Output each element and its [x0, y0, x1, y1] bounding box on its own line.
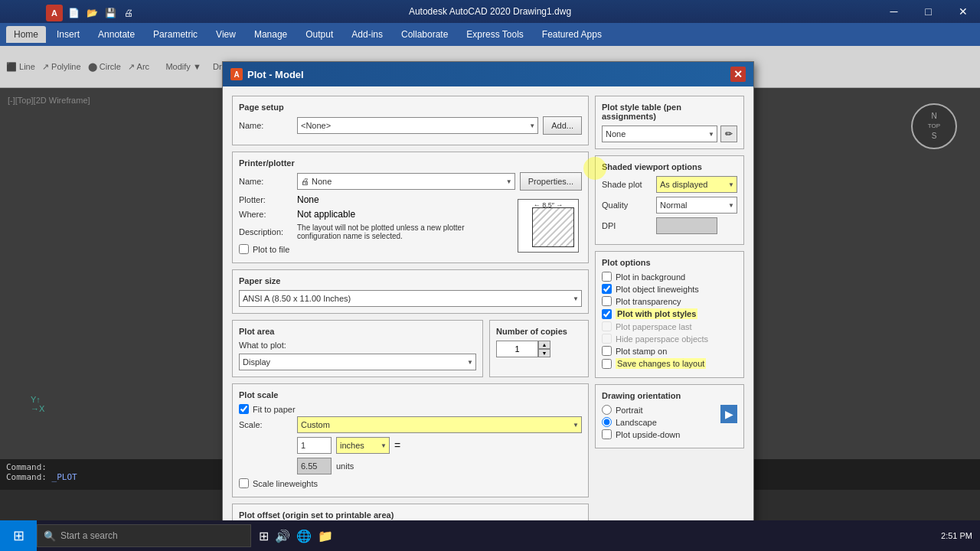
what-to-plot-select[interactable]: Display	[239, 354, 476, 370]
plot-transparency-checkbox[interactable]	[602, 296, 612, 306]
qa-save[interactable]: 💾	[103, 6, 118, 20]
add-button[interactable]: Add...	[543, 116, 582, 135]
plot-to-file-row: Plot to file	[239, 244, 507, 254]
paper-size-section: Paper size ANSI A (8.50 x 11.00 Inches)	[232, 269, 589, 314]
plot-option-8: Save changes to layout	[602, 358, 737, 369]
scale-value1-input[interactable]	[297, 437, 332, 454]
tab-view[interactable]: View	[208, 26, 243, 43]
desc-row: Description: The layout will not be plot…	[239, 223, 507, 240]
save-changes-checkbox[interactable]	[602, 359, 612, 369]
tab-home[interactable]: Home	[6, 26, 46, 43]
plot-paperspace-last-label: Plot paperspace last	[616, 322, 692, 331]
plot-option-3: Plot transparency	[602, 296, 737, 306]
left-column: Page setup Name: <None> Add... Printer/p…	[232, 96, 589, 551]
dpi-input[interactable]	[656, 217, 717, 234]
plot-styles-checkbox[interactable]	[602, 309, 612, 319]
taskbar-search-text: Start a search	[60, 530, 118, 541]
drawing-orientation-label: Drawing orientation	[602, 391, 737, 400]
scale-value2-input[interactable]	[297, 458, 332, 474]
orientation-arrow-btn[interactable]: ▶	[720, 405, 737, 423]
tab-output[interactable]: Output	[298, 26, 341, 43]
start-button[interactable]: ⊞	[0, 520, 37, 551]
qa-new[interactable]: 📄	[66, 6, 81, 20]
plotter-info: Plotter: None Where: Not applicable Desc…	[239, 194, 507, 256]
plot-style-edit-btn[interactable]: ✏	[720, 126, 737, 142]
where-row: Where: Not applicable	[239, 209, 507, 220]
save-changes-label: Save changes to layout	[616, 358, 706, 369]
printer-plotter-label: Printer/plotter	[239, 158, 582, 168]
title-controls: ─ □ ✕	[877, 0, 980, 23]
shade-plot-label: Shade plot	[602, 180, 652, 189]
plot-to-file-checkbox[interactable]	[239, 244, 249, 254]
desc-label: Description:	[239, 227, 292, 236]
title-bar: A 📄 📂 💾 🖨 Autodesk AutoCAD 2020 Drawing1…	[0, 0, 980, 23]
scale-lineweights-row: Scale lineweights	[239, 478, 582, 488]
portrait-radio[interactable]	[602, 405, 612, 415]
upside-down-checkbox[interactable]	[602, 429, 612, 439]
maximize-btn[interactable]: □	[911, 0, 946, 23]
tab-manage[interactable]: Manage	[247, 26, 295, 43]
shaded-viewport-section: Shaded viewport options Shade plot As di…	[595, 155, 744, 245]
paper-size-label: Paper size	[239, 276, 582, 285]
shade-plot-select[interactable]: As displayed	[656, 176, 737, 193]
copies-spinner: ▲ ▼	[496, 341, 582, 357]
tab-addins[interactable]: Add-ins	[344, 26, 390, 43]
plot-style-select[interactable]: None	[602, 126, 717, 142]
dialog-close-btn[interactable]: ✕	[730, 67, 746, 82]
copies-input[interactable]	[496, 341, 538, 357]
scale-units-row: inches =	[239, 437, 582, 454]
scale-lineweights-checkbox[interactable]	[239, 478, 249, 488]
plot-options-section: Plot options Plot in background Plot obj…	[595, 251, 744, 378]
tab-annotate[interactable]: Annotate	[90, 26, 142, 43]
tab-insert[interactable]: Insert	[49, 26, 87, 43]
paper-size-select[interactable]: ANSI A (8.50 x 11.00 Inches)	[239, 290, 582, 307]
copies-down-btn[interactable]: ▼	[538, 349, 550, 357]
what-to-plot-row: What to plot:	[239, 341, 476, 350]
copies-up-btn[interactable]: ▲	[538, 341, 550, 349]
plot-object-lineweights-checkbox[interactable]	[602, 284, 612, 294]
scale-unit1-select[interactable]: inches	[336, 437, 390, 454]
taskbar-search-bar[interactable]: 🔍 Start a search	[37, 524, 251, 547]
plot-style-label: Plot style table (pen assignments)	[602, 103, 737, 121]
plot-background-label: Plot in background	[616, 272, 685, 282]
tab-collaborate[interactable]: Collaborate	[394, 26, 456, 43]
dialog-title: A Plot - Model ✕	[223, 62, 753, 86]
tab-parametric[interactable]: Parametric	[145, 26, 205, 43]
printer-name-select[interactable]: 🖨 None	[297, 173, 515, 190]
plotter-label: Plotter:	[239, 195, 292, 204]
copies-section: Number of copies ▲ ▼	[489, 320, 589, 377]
copies-label: Number of copies	[496, 327, 582, 336]
page-setup-name-select[interactable]: <None>	[297, 117, 538, 134]
quality-select[interactable]: Normal	[656, 197, 737, 214]
qa-open[interactable]: 📂	[84, 6, 100, 20]
properties-button[interactable]: Properties...	[520, 172, 582, 191]
shaded-viewport-label: Shaded viewport options	[602, 162, 737, 171]
qa-print[interactable]: 🖨	[121, 6, 136, 20]
scale-label: Scale:	[239, 420, 292, 429]
tab-express[interactable]: Express Tools	[459, 26, 531, 43]
taskbar-right: 2:51 PM	[941, 531, 980, 540]
plot-area-label: Plot area	[239, 327, 476, 336]
plot-object-lineweights-label: Plot object lineweights	[616, 285, 699, 294]
where-label: Where:	[239, 210, 292, 219]
upside-down-row: Plot upside-down	[602, 429, 680, 439]
close-btn[interactable]: ✕	[946, 0, 980, 23]
plot-area-section: Plot area What to plot: Display	[232, 320, 483, 377]
minimize-btn[interactable]: ─	[877, 0, 911, 23]
tab-featured[interactable]: Featured Apps	[534, 26, 609, 43]
desc-value: The layout will not be plotted unless a …	[297, 223, 507, 240]
plot-background-checkbox[interactable]	[602, 272, 612, 282]
plot-styles-label: Plot with plot styles	[616, 308, 697, 319]
printer-plotter-section: Printer/plotter Name: 🖨 None Properties.…	[232, 152, 589, 263]
scale-select[interactable]: Custom	[297, 416, 582, 433]
plot-paperspace-last-checkbox[interactable]	[602, 321, 612, 331]
what-to-plot-label: What to plot:	[239, 341, 300, 350]
plot-stamp-checkbox[interactable]	[602, 346, 612, 356]
fit-to-paper-checkbox[interactable]	[239, 404, 249, 414]
quick-access-toolbar: A 📄 📂 💾 🖨	[46, 5, 136, 21]
taskbar-apps: ⊞ 🔊 🌐 📁	[251, 520, 341, 551]
hide-paperspace-objects-checkbox[interactable]	[602, 334, 612, 344]
orientation-options: Portrait Landscape Plot upside-down	[602, 405, 680, 442]
quality-row: Quality Normal	[602, 197, 737, 214]
landscape-radio[interactable]	[602, 417, 612, 427]
